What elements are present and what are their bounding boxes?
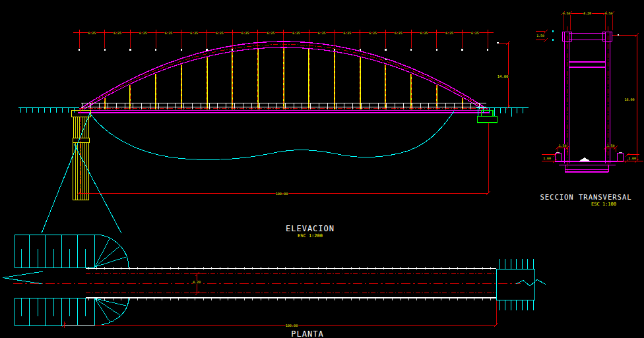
cad-canvas: 6.256.256.256.256.256.256.256.256.256.25… xyxy=(0,0,644,338)
wing-fan-ray xyxy=(95,246,119,267)
elevation-view: 6.256.256.256.256.256.256.256.256.256.25… xyxy=(18,30,529,233)
projection-line xyxy=(42,112,90,233)
wing-wall-top xyxy=(15,235,94,268)
panel-dimension-label: 6.25 xyxy=(292,32,300,35)
section-dim-walk-right: 1.50 xyxy=(607,144,615,148)
right-abutment-plan xyxy=(496,269,534,300)
camber-symbol xyxy=(579,158,590,161)
riverbed-line xyxy=(90,111,454,159)
node-marker xyxy=(334,49,335,50)
section-dim-edge-right: 1.60 xyxy=(628,157,636,160)
panel-dimension-label: 6.25 xyxy=(113,32,121,35)
panel-dimension-label: 6.25 xyxy=(369,32,377,35)
plan-annotations: 4.20 100.00 PLANTA xyxy=(193,280,324,338)
wing-fan-arc xyxy=(94,298,129,325)
elevation-title: ELEVACION xyxy=(286,224,335,233)
panel-dimension-label: 6.25 xyxy=(420,32,428,35)
section-dim-edge-left: 1.60 xyxy=(543,157,551,160)
plan-title: PLANTA xyxy=(291,329,323,338)
bridge-drawing: 6.256.256.256.256.256.256.256.256.256.25… xyxy=(0,0,644,338)
panel-dimension-label: 6.25 xyxy=(216,32,224,35)
panel-dimension-label: 6.25 xyxy=(242,32,249,35)
panel-dimension-label: 6.25 xyxy=(445,32,453,35)
road-break-zigzag xyxy=(516,280,546,287)
section-annotations: 0.50 4.20 0.50 1.50 16.00 1.50 1.50 1.60… xyxy=(536,11,636,207)
panel-dimension-label: 6.25 xyxy=(344,32,352,35)
node-marker xyxy=(461,49,463,50)
node-marker xyxy=(181,49,182,50)
panel-dimension-label: 6.25 xyxy=(267,32,274,35)
node-marker xyxy=(436,49,437,50)
node-marker xyxy=(410,49,412,50)
wing-fan-ray xyxy=(95,239,110,267)
break-line xyxy=(3,271,43,278)
section-dim-height: 16.00 xyxy=(624,98,634,101)
panel-dimension-label: 6.25 xyxy=(139,32,147,35)
wing-fan-ray xyxy=(95,298,119,315)
node-marker xyxy=(552,30,554,32)
panel-dimension-label: 6.25 xyxy=(318,32,326,35)
panel-dimension-label: 6.25 xyxy=(88,32,96,35)
node-marker xyxy=(552,39,554,40)
node-marker xyxy=(155,49,156,50)
node-marker xyxy=(385,49,386,50)
abutment-footing-lower xyxy=(478,117,498,123)
section-dim-chord: 1.50 xyxy=(536,34,544,38)
plan-span-dimension: 100.00 xyxy=(286,324,298,327)
elevation-height-dimension: 14.00 xyxy=(498,74,509,78)
section-scale-label: ESC 1:100 xyxy=(591,202,616,207)
plan-view xyxy=(3,235,546,328)
node-marker xyxy=(497,42,498,43)
section-title: SECCION TRANSVERSAL xyxy=(540,193,631,201)
node-marker xyxy=(360,49,361,50)
node-marker xyxy=(487,49,488,50)
panel-dimension-label: 6.25 xyxy=(190,32,198,35)
elevation-scale-label: ESC 1:200 xyxy=(298,233,323,239)
plan-width-dimension: 4.20 xyxy=(193,280,201,284)
section-view xyxy=(536,11,643,173)
wing-fan-ray xyxy=(95,298,110,322)
panel-dimension-label: 6.25 xyxy=(395,32,402,35)
section-dim-walk-left: 1.50 xyxy=(559,144,567,148)
node-marker xyxy=(104,49,106,50)
node-marker xyxy=(385,59,387,60)
node-marker xyxy=(79,49,80,50)
elevation-annotations: 100.00 14.00 ELEVACION ESC 1:200 xyxy=(276,74,509,239)
panel-dimension-label: 6.25 xyxy=(165,32,173,35)
node-marker xyxy=(206,49,207,50)
section-dim-top-right: 0.50 xyxy=(605,12,613,15)
node-marker xyxy=(232,49,233,50)
elevation-span-dimension: 100.00 xyxy=(276,192,288,196)
node-marker xyxy=(618,34,619,36)
wing-wall-bottom xyxy=(15,298,94,325)
wing-fan-ray xyxy=(95,257,126,267)
node-marker xyxy=(129,49,131,50)
panel-dimension-label: 6.25 xyxy=(471,32,479,35)
sidewalk-block xyxy=(618,154,624,162)
section-dim-top-center: 4.20 xyxy=(583,11,591,15)
section-dim-top-left: 0.50 xyxy=(563,12,571,15)
